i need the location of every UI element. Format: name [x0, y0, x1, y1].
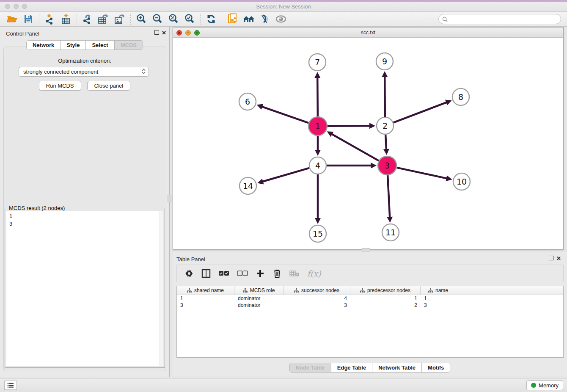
tab-network[interactable]: Network: [27, 41, 61, 50]
close-panel-icon[interactable]: ✕: [161, 30, 167, 36]
hierarchy-icon: [243, 288, 248, 293]
export-network-button[interactable]: [80, 13, 96, 25]
float-panel-icon[interactable]: [154, 30, 159, 35]
table-row[interactable]: 3dominator323: [177, 302, 563, 309]
edge-3-1[interactable]: [331, 134, 379, 161]
hierarchy-icon: [187, 288, 192, 293]
table-cell[interactable]: dominator: [234, 295, 284, 302]
table-cell[interactable]: 1: [421, 295, 456, 302]
table-cell[interactable]: 3: [177, 302, 234, 309]
delete-table-icon[interactable]: [289, 268, 300, 279]
tab-edge-table[interactable]: Edge Table: [331, 363, 372, 372]
tab-mcds[interactable]: MCDS: [115, 41, 143, 50]
split-column-icon[interactable]: [201, 268, 211, 279]
application-window: Session: New Session: [0, 0, 567, 392]
search-field[interactable]: [438, 14, 561, 24]
table-cell[interactable]: 3: [421, 302, 456, 309]
zoom-in-button[interactable]: [133, 13, 149, 25]
float-table-panel-icon[interactable]: [549, 256, 553, 260]
arrowhead-icon: [369, 123, 375, 129]
edge-2-9[interactable]: [385, 76, 385, 117]
column-header-label: successor nodes: [301, 287, 339, 293]
zoom-in-icon: [136, 14, 147, 25]
node-label-4: 4: [315, 161, 320, 170]
new-network-button[interactable]: [225, 13, 241, 25]
select-all-icon[interactable]: [218, 268, 229, 279]
search-input[interactable]: [450, 16, 557, 22]
edge-1-6[interactable]: [261, 106, 308, 123]
edge-3-10[interactable]: [396, 168, 447, 179]
function-builder-icon[interactable]: f(x): [307, 268, 321, 279]
vertical-splitter-handle[interactable]: [168, 195, 171, 202]
node-table[interactable]: shared nameMCDS rolesuccessor nodesprede…: [176, 286, 564, 358]
export-image-button[interactable]: [112, 13, 128, 25]
deselect-all-icon[interactable]: [237, 268, 248, 279]
eye-button[interactable]: [273, 13, 289, 25]
table-cell[interactable]: 2: [350, 302, 421, 309]
column-header-predecessor-nodes[interactable]: predecessor nodes: [350, 286, 421, 295]
import-table-button[interactable]: [58, 13, 74, 25]
column-header-shared-name[interactable]: shared name: [177, 286, 234, 295]
edge-3-11[interactable]: [388, 175, 390, 218]
table-cell[interactable]: dominator: [234, 302, 284, 309]
node-label-11: 11: [385, 228, 396, 237]
edge-2-3[interactable]: [385, 135, 386, 150]
node-label-8: 8: [458, 92, 463, 102]
zoom-out-icon: [152, 14, 163, 25]
zoom-fit-button[interactable]: [165, 13, 182, 25]
delete-column-icon[interactable]: [272, 268, 282, 279]
arrowhead-icon: [387, 217, 393, 223]
tab-node-table[interactable]: Node Table: [290, 363, 331, 372]
control-panel-titlebar: Control Panel ✕: [0, 27, 169, 39]
save-session-button[interactable]: [20, 13, 36, 25]
gear-icon[interactable]: [184, 268, 194, 279]
node-label-3: 3: [385, 161, 390, 170]
close-panel-button[interactable]: Close panel: [87, 81, 131, 91]
hide-graphics-button[interactable]: [257, 13, 273, 25]
window-title: Session: New Session: [0, 3, 567, 10]
node-label-1: 1: [315, 121, 320, 131]
toolbar-separator: [39, 14, 39, 25]
mcds-result-text[interactable]: 1 3: [6, 211, 163, 366]
close-table-panel-icon[interactable]: ✕: [556, 256, 561, 261]
table-cell[interactable]: 1: [350, 295, 421, 302]
tab-style[interactable]: Style: [61, 41, 86, 50]
table-cell[interactable]: 4: [284, 295, 350, 302]
edge-4-14[interactable]: [262, 168, 309, 182]
refresh-button[interactable]: [203, 13, 219, 25]
open-session-button[interactable]: [4, 13, 20, 25]
table-body: 1dominator4113dominator323: [177, 295, 563, 309]
horizontal-splitter-handle[interactable]: [362, 248, 370, 251]
network-graph-canvas[interactable]: 7968124314101511: [173, 38, 563, 249]
import-network-icon: [45, 14, 55, 25]
tab-network-table[interactable]: Network Table: [372, 363, 422, 372]
run-mcds-button[interactable]: Run MCDS: [39, 81, 81, 91]
table-cell[interactable]: 3: [284, 302, 350, 309]
optimization-criterion-select[interactable]: strongly connected component: [19, 67, 149, 77]
zoom-out-button[interactable]: [149, 13, 165, 25]
table-row[interactable]: 1dominator411: [177, 295, 563, 302]
column-header-label: MCDS role: [250, 287, 275, 293]
node-label-6: 6: [245, 97, 250, 106]
task-history-button[interactable]: [4, 381, 17, 390]
home-layout-button[interactable]: [241, 13, 257, 25]
result-scrollbar[interactable]: [160, 211, 163, 366]
edge-2-8[interactable]: [394, 102, 448, 122]
node-label-2: 2: [383, 121, 388, 130]
column-header-label: name: [435, 287, 448, 293]
add-column-icon[interactable]: [256, 268, 265, 279]
zoom-selected-button[interactable]: [182, 13, 198, 25]
tab-motifs[interactable]: Motifs: [422, 363, 450, 372]
column-header-successor-nodes[interactable]: successor nodes: [284, 286, 350, 295]
memory-button[interactable]: Memory: [526, 380, 563, 390]
tab-select[interactable]: Select: [86, 41, 114, 50]
import-network-button[interactable]: [42, 13, 58, 25]
control-panel-title: Control Panel: [6, 30, 39, 37]
edge-1-2[interactable]: [328, 126, 371, 126]
table-cell[interactable]: 1: [177, 295, 234, 302]
column-header-name[interactable]: name: [421, 286, 456, 295]
export-table-button[interactable]: [96, 13, 112, 25]
column-header-MCDS-role[interactable]: MCDS role: [234, 286, 284, 295]
network-window-titlebar[interactable]: ✕ − + scc.txt: [173, 28, 563, 38]
edge-1-7[interactable]: [317, 77, 318, 116]
